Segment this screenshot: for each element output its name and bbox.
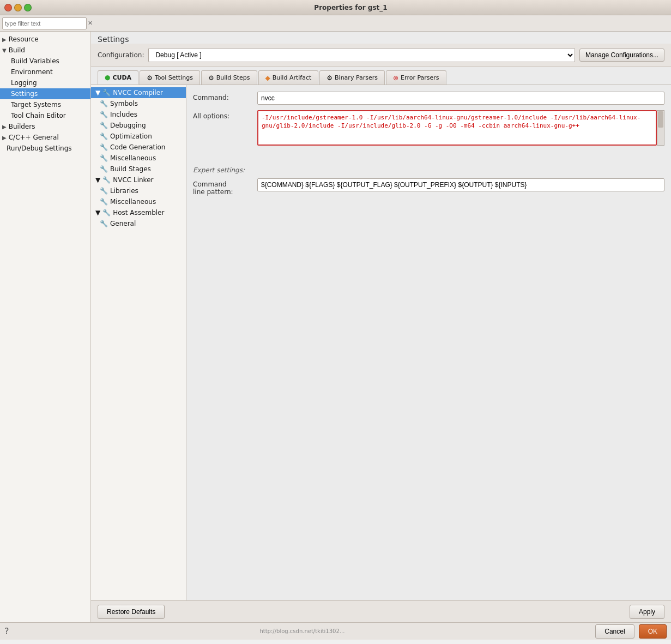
cancel-button[interactable]: Cancel xyxy=(595,624,634,639)
tab-build-artifact[interactable]: ◆ Build Artifact xyxy=(258,70,319,85)
settings-heading-label: Settings xyxy=(98,35,129,44)
config-select[interactable]: Debug [ Active ] xyxy=(148,48,575,62)
tool-item-nvcc-linker[interactable]: ▼ 🔧 NVCC Linker xyxy=(91,174,186,185)
tool-item-includes[interactable]: 🔧 Includes xyxy=(91,109,186,120)
includes-icon: 🔧 xyxy=(100,111,108,118)
titlebar-buttons xyxy=(4,4,32,11)
all-options-scrollbar[interactable] xyxy=(657,110,664,146)
config-label: Configuration: xyxy=(98,51,144,59)
tool-item-optimization[interactable]: 🔧 Optimization xyxy=(91,131,186,142)
tool-settings-tab-icon: ⚙ xyxy=(147,74,153,82)
command-input[interactable] xyxy=(257,92,664,105)
tabs-bar: ● CUDA ⚙ Tool Settings ⚙ Build Steps ◆ B… xyxy=(91,67,671,85)
miscellaneous2-label: Miscellaneous xyxy=(110,198,156,206)
tab-build-steps[interactable]: ⚙ Build Steps xyxy=(201,70,257,85)
sidebar-item-builders[interactable]: ▶ Builders xyxy=(0,121,90,132)
optimization-label: Optimization xyxy=(110,133,152,140)
sidebar-label-target-systems: Target Systems xyxy=(11,101,61,109)
maximize-button[interactable] xyxy=(24,4,32,11)
scrollbar-thumb xyxy=(658,111,663,128)
host-assembler-icon: 🔧 xyxy=(102,209,111,216)
tab-binary-parsers-label: Binary Parsers xyxy=(335,74,378,81)
sidebar-item-logging[interactable]: Logging xyxy=(0,77,90,88)
expand-arrow-cpp: ▶ xyxy=(2,135,7,141)
sidebar-item-settings[interactable]: Settings xyxy=(0,88,90,99)
manage-configurations-button[interactable]: Manage Configurations... xyxy=(579,49,664,62)
symbols-icon: 🔧 xyxy=(100,100,108,107)
expand-arrow-builders: ▶ xyxy=(2,124,7,130)
tab-error-parsers[interactable]: ⊗ Error Parsers xyxy=(386,70,446,85)
tool-item-debugging[interactable]: 🔧 Debugging xyxy=(91,120,186,131)
general-icon: 🔧 xyxy=(100,220,108,227)
sidebar-label-tool-chain-editor: Tool Chain Editor xyxy=(11,112,66,119)
tab-cuda-label: CUDA xyxy=(112,74,131,81)
debugging-icon: 🔧 xyxy=(100,122,108,129)
filter-bar: ✕ xyxy=(0,15,671,32)
tab-tool-settings-label: Tool Settings xyxy=(155,74,193,81)
settings-header: Settings xyxy=(91,32,671,44)
config-bar: Configuration: Debug [ Active ] Manage C… xyxy=(91,44,671,67)
all-options-container: -I/usr/include/gstreamer-1.0 -I/usr/lib/… xyxy=(257,110,664,146)
tool-item-build-stages[interactable]: 🔧 Build Stages xyxy=(91,164,186,174)
sidebar-item-build[interactable]: ▼ Build xyxy=(0,45,90,56)
footer-bar: ? http://blog.csdn.net/tkiti1302... Canc… xyxy=(0,622,671,640)
sidebar: ▶ Resource ▼ Build Build Variables Envir… xyxy=(0,32,91,622)
build-stages-label: Build Stages xyxy=(110,165,151,173)
tool-item-nvcc-compiler[interactable]: ▼ 🔧 NVCC Compiler xyxy=(91,87,186,98)
help-icon[interactable]: ? xyxy=(4,626,9,636)
restore-defaults-button[interactable]: Restore Defaults xyxy=(98,605,165,619)
sidebar-item-environment[interactable]: Environment xyxy=(0,67,90,77)
command-line-pattern-row: Command line pattern: xyxy=(193,178,664,196)
tool-item-general[interactable]: 🔧 General xyxy=(91,218,186,229)
filter-input[interactable] xyxy=(2,17,87,29)
all-options-label: All options: xyxy=(193,110,253,120)
tab-error-parsers-label: Error Parsers xyxy=(401,74,439,81)
apply-button[interactable]: Apply xyxy=(630,605,664,619)
sidebar-item-build-variables[interactable]: Build Variables xyxy=(0,56,90,67)
close-button[interactable] xyxy=(4,4,12,11)
symbols-label: Symbols xyxy=(110,100,138,107)
expand-arrow-build: ▼ xyxy=(2,47,7,53)
footer-url: http://blog.csdn.net/tkiti1302... xyxy=(259,628,344,634)
tab-tool-settings[interactable]: ⚙ Tool Settings xyxy=(140,70,200,85)
minimize-button[interactable] xyxy=(14,4,22,11)
sidebar-label-build-variables: Build Variables xyxy=(11,57,59,65)
settings-detail-panel: Command: All options: -I/usr/include/gst… xyxy=(186,85,671,600)
tool-item-miscellaneous1[interactable]: 🔧 Miscellaneous xyxy=(91,153,186,164)
sidebar-label-resource: Resource xyxy=(9,35,39,43)
sidebar-item-cpp-general[interactable]: ▶ C/C++ General xyxy=(0,132,90,143)
tool-item-miscellaneous2[interactable]: 🔧 Miscellaneous xyxy=(91,196,186,207)
sidebar-item-resource[interactable]: ▶ Resource xyxy=(0,34,90,45)
filter-clear-icon[interactable]: ✕ xyxy=(88,20,93,27)
build-stages-icon: 🔧 xyxy=(100,165,108,173)
nvcc-compiler-label: NVCC Compiler xyxy=(113,89,163,97)
sidebar-label-build: Build xyxy=(9,46,25,54)
host-assembler-label: Host Assembler xyxy=(113,209,164,216)
sidebar-item-target-systems[interactable]: Target Systems xyxy=(0,99,90,110)
tab-build-artifact-label: Build Artifact xyxy=(273,74,312,81)
nvcc-linker-arrow: ▼ xyxy=(95,176,100,184)
general-label: General xyxy=(110,220,136,227)
command-line-pattern-label: Command line pattern: xyxy=(193,178,253,196)
tool-item-libraries[interactable]: 🔧 Libraries xyxy=(91,185,186,196)
tab-cuda[interactable]: ● CUDA xyxy=(98,70,138,85)
tool-item-code-generation[interactable]: 🔧 Code Generation xyxy=(91,142,186,153)
nvcc-linker-label: NVCC Linker xyxy=(113,176,153,184)
tab-binary-parsers[interactable]: ⚙ Binary Parsers xyxy=(319,70,385,85)
command-line-pattern-input[interactable] xyxy=(257,178,664,191)
sidebar-label-builders: Builders xyxy=(9,123,35,130)
build-artifact-tab-icon: ◆ xyxy=(265,74,270,82)
nvcc-compiler-arrow: ▼ xyxy=(95,89,100,97)
ok-button[interactable]: OK xyxy=(639,624,667,639)
all-options-row: All options: -I/usr/include/gstreamer-1.… xyxy=(193,110,664,146)
sidebar-item-run-debug[interactable]: Run/Debug Settings xyxy=(0,143,90,154)
main-layout: ▶ Resource ▼ Build Build Variables Envir… xyxy=(0,32,671,622)
nvcc-linker-icon: 🔧 xyxy=(102,176,111,184)
tool-item-host-assembler[interactable]: ▼ 🔧 Host Assembler xyxy=(91,207,186,218)
all-options-textarea[interactable]: -I/usr/include/gstreamer-1.0 -I/usr/lib/… xyxy=(257,110,657,146)
optimization-icon: 🔧 xyxy=(100,133,108,140)
libraries-label: Libraries xyxy=(110,187,138,195)
tab-build-steps-label: Build Steps xyxy=(216,74,250,81)
sidebar-item-tool-chain-editor[interactable]: Tool Chain Editor xyxy=(0,110,90,121)
tool-item-symbols[interactable]: 🔧 Symbols xyxy=(91,98,186,109)
